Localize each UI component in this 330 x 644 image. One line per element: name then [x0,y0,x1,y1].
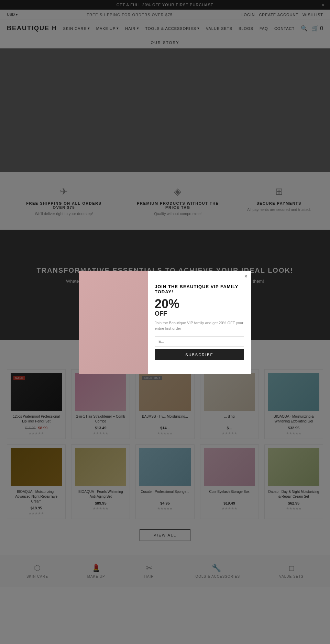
popup-close-button[interactable]: × [244,273,248,280]
popup-email-input[interactable] [155,336,244,347]
popup-desc: Join the Beautique VIP family and get 20… [155,320,244,331]
popup-image [79,271,148,374]
popup-overlay: × JOIN THE BEAUTIQUE VIP FAMILY TODAY! 2… [0,0,330,587]
popup-off-text: OFF [155,310,244,317]
popup-content: × JOIN THE BEAUTIQUE VIP FAMILY TODAY! 2… [148,271,251,374]
popup-box: × JOIN THE BEAUTIQUE VIP FAMILY TODAY! 2… [79,271,251,374]
popup-big-number: 20% [155,298,244,310]
subscribe-button[interactable]: SUBSCRIBE [155,349,244,360]
popup-title: JOIN THE BEAUTIQUE VIP FAMILY TODAY! [155,284,244,294]
